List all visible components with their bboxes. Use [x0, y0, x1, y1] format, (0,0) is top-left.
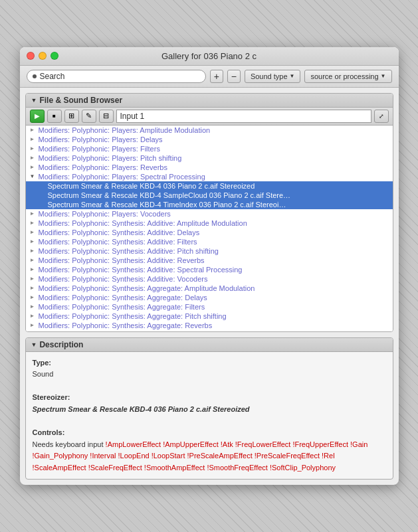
source-processing-label: source or processing: [310, 72, 378, 80]
sound-type-arrow-icon: ▼: [290, 73, 295, 79]
tree-item-label: Modifiers: Polyphonic: Synthesis: Additi…: [39, 256, 205, 264]
sound-type-label: Sound type: [251, 72, 288, 80]
tree-item-label: Spectrum Smear & Rescale KBD-4 036 Piano…: [48, 182, 255, 190]
edit-button[interactable]: ✎: [82, 110, 96, 123]
tree-item[interactable]: Spectrum Smear & Rescale KBD-4 036 Piano…: [26, 181, 393, 191]
type-row: Type: Sound: [33, 357, 386, 381]
tree-item-label: Modifiers: Polyphonic: Synthesis: Aggreg…: [39, 284, 255, 292]
description-header: ▼ Description: [26, 338, 393, 352]
toolbar: Search + − Sound type ▼ source or proces…: [20, 66, 399, 88]
source-processing-arrow-icon: ▼: [381, 73, 386, 79]
sound-type-dropdown[interactable]: Sound type ▼: [245, 70, 301, 83]
tree-item[interactable]: ►Modifiers: Polyphonic: Players: Reverbs: [26, 163, 393, 172]
description-content: Type: Sound Stereoizer: Spectrum Smear &…: [26, 352, 393, 480]
remove-button[interactable]: −: [227, 70, 241, 83]
tree-item-label: Spectrum Smear & Rescale KBD-4 SampleClo…: [48, 191, 291, 199]
tree-item-label: Modifiers: Polyphonic: Players: Filters: [39, 145, 160, 153]
file-browser-title: File & Sound Browser: [39, 96, 122, 105]
tree-item-label: Modifiers: Polyphonic: Players: Vocoders: [39, 210, 171, 218]
tree-item-label: Modifiers: Polyphonic: Synthesis: Additi…: [39, 275, 208, 283]
type-value: Sound: [33, 370, 54, 378]
stop-button[interactable]: ■: [47, 110, 62, 123]
tree-item[interactable]: ►Modifiers: Polyphonic: Synthesis: Aggre…: [26, 311, 393, 321]
tree-arrow-icon: [38, 201, 46, 209]
tree-item[interactable]: ►Modifiers: Polyphonic: Synthesis: Addit…: [26, 219, 393, 228]
browser-toolbar: ▶ ■ ⊞ ✎ ⊟ ⤢: [26, 108, 393, 126]
tree-arrow-icon: ►: [29, 210, 37, 218]
tree-arrow-icon: ►: [29, 219, 37, 227]
tree-arrow-icon: ►: [29, 266, 37, 274]
tree-item-label: Modifiers: Polyphonic: Synthesis: Aggreg…: [39, 321, 213, 329]
tree-arrow-icon: ►: [29, 154, 37, 162]
tree-arrow-icon: ►: [29, 284, 37, 292]
type-label: Type:: [33, 359, 52, 367]
tree-arrow-icon: ►: [29, 247, 37, 255]
tree-arrow-icon: ►: [29, 256, 37, 264]
window-title: Gallery for 036 Piano 2 c: [161, 51, 257, 61]
tree-item[interactable]: ►Modifiers: Polyphonic: Synthesis: Aggre…: [26, 302, 393, 311]
desc-collapse-icon[interactable]: ▼: [31, 341, 37, 348]
controls-row: Controls: Needs keyboard input !AmpLower…: [33, 427, 386, 474]
add-button[interactable]: +: [210, 70, 223, 83]
tree-item[interactable]: ►Modifiers: Polyphonic: Synthesis: Addit…: [26, 265, 393, 274]
tree-arrow-icon: ►: [29, 228, 37, 236]
source-processing-dropdown[interactable]: source or processing ▼: [304, 70, 391, 83]
tree-item[interactable]: ►Modifiers: Polyphonic: Synthesis: Addit…: [26, 256, 393, 265]
grid-button[interactable]: ⊟: [99, 110, 114, 123]
export-button[interactable]: ⤢: [374, 110, 389, 123]
tree-item[interactable]: ►Modifiers: Polyphonic: Synthesis: Addit…: [26, 237, 393, 246]
tree-arrow-icon: [38, 191, 46, 199]
main-window: Gallery for 036 Piano 2 c Search + − Sou…: [20, 47, 399, 486]
tree-arrow-icon: ►: [29, 163, 37, 171]
tree-arrow-icon: ►: [29, 126, 37, 134]
traffic-lights: [27, 52, 58, 60]
tree-item-label: Modifiers: Polyphonic: Players: Pitch sh…: [39, 154, 182, 162]
tree-item-label: Modifiers: Polyphonic: Players: Delays: [39, 135, 163, 143]
tree-arrow-icon: ►: [29, 303, 37, 311]
tree-item[interactable]: ►Modifiers: Polyphonic: Synthesis: Aggre…: [26, 321, 393, 330]
play-button[interactable]: ▶: [30, 110, 45, 123]
stereoizer-label: Stereoizer:: [33, 393, 70, 401]
tree-item-label: Modifiers: Polyphonic: Players: Reverbs: [39, 163, 167, 171]
tree-item-label: Modifiers: Polyphonic: Synthesis: Aggreg…: [39, 303, 205, 311]
maximize-button[interactable]: [51, 52, 58, 60]
tree-item[interactable]: ►Modifiers: Polyphonic: Synthesis: Addit…: [26, 246, 393, 256]
tree-item[interactable]: ►Modifiers: Polyphonic: Synthesis: Addit…: [26, 274, 393, 284]
tree-item[interactable]: ►Modifiers: Polyphonic: Players: Vocoder…: [26, 209, 393, 219]
tree-item[interactable]: Spectrum Smear & Rescale KBD-4 SampleClo…: [26, 191, 393, 200]
minimize-button[interactable]: [39, 52, 47, 60]
tree-item-label: Modifiers: Polyphonic: Synthesis: Aggreg…: [39, 312, 227, 320]
tree-item[interactable]: ►Modifiers: Polyphonic: Players: Pitch s…: [26, 153, 393, 163]
tree-arrow-icon: ►: [29, 312, 37, 320]
tree-item[interactable]: ►Modifiers: Polyphonic: Synthesis: Aggre…: [26, 284, 393, 293]
tree-arrow-icon: ►: [29, 321, 37, 329]
description-panel: ▼ Description Type: Sound Stereoizer: Sp…: [25, 337, 393, 480]
tree-arrow-icon: ►: [29, 294, 37, 302]
controls-prefix: Needs keyboard input: [33, 440, 106, 448]
stereoizer-row: Stereoizer: Spectrum Smear & Rescale KBD…: [33, 392, 386, 415]
tree-arrow-icon: [38, 182, 46, 190]
tree-item[interactable]: ►Modifiers: Polyphonic: Players: Filters: [26, 144, 393, 153]
copy-button[interactable]: ⊞: [64, 110, 79, 123]
tree-item[interactable]: ►Modifiers: Polyphonic: Synthesis: Aggre…: [26, 293, 393, 302]
tree-item-label: Modifiers: Polyphonic: Players: Spectral…: [39, 173, 205, 181]
tree-item[interactable]: ►Modifiers: Polyphonic: Players: Amplitu…: [26, 126, 393, 135]
tree-item[interactable]: ►Modifiers: Polyphonic: Players: Delays: [26, 135, 393, 144]
tree-item[interactable]: ►Modifiers: Polyphonic: Synthesis: Addit…: [26, 228, 393, 237]
stereoizer-value: Spectrum Smear & Rescale KBD-4 036 Piano…: [33, 405, 250, 413]
tree-item[interactable]: Spectrum Smear & Rescale KBD-4 TimeIndex…: [26, 200, 393, 209]
controls-label: Controls:: [33, 428, 65, 436]
search-dot-icon: [33, 74, 37, 78]
search-box[interactable]: Search: [27, 70, 206, 83]
tree-item-label: Modifiers: Polyphonic: Synthesis: Additi…: [39, 219, 247, 227]
tree-item[interactable]: ▼Modifiers: Polyphonic: Players: Spectra…: [26, 172, 393, 181]
browser-content[interactable]: ►Modifiers: Polyphonic: Players: Amplitu…: [26, 126, 393, 331]
file-browser-header: ▼ File & Sound Browser: [26, 94, 393, 108]
tree-item-label: Modifiers: Polyphonic: Synthesis: Additi…: [39, 238, 197, 246]
tree-arrow-icon: ►: [29, 238, 37, 246]
collapse-triangle-icon[interactable]: ▼: [31, 97, 37, 104]
path-input[interactable]: [116, 110, 371, 123]
close-button[interactable]: [27, 52, 35, 60]
titlebar: Gallery for 036 Piano 2 c: [20, 47, 399, 66]
tree-item-label: Modifiers: Polyphonic: Synthesis: Additi…: [39, 247, 219, 255]
